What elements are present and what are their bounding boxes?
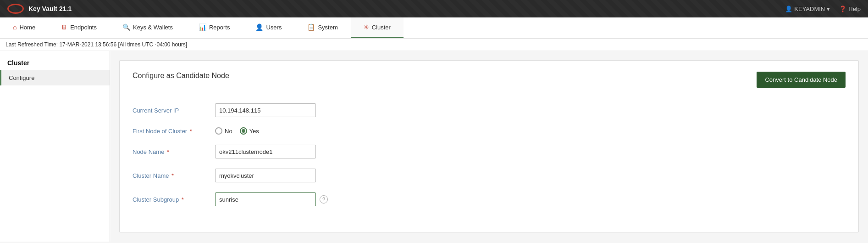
radio-option-yes[interactable]: Yes <box>240 127 259 135</box>
status-text: Last Refreshed Time: 17-MAR-2021 13:56:5… <box>6 41 187 48</box>
cluster-subgroup-required-marker: * <box>182 196 184 203</box>
help-circle-icon: ❓ <box>839 6 846 12</box>
home-icon: ⌂ <box>13 23 17 31</box>
cluster-icon: ✳ <box>364 23 369 31</box>
user-icon: 👤 <box>785 6 792 12</box>
content-area: Configure as Candidate Node Convert to C… <box>110 51 868 242</box>
oracle-logo <box>7 4 24 14</box>
nav-label-home: Home <box>19 24 35 31</box>
configure-form: Current Server IP First Node of Cluster … <box>133 99 846 221</box>
sidebar-item-label-configure: Configure <box>9 74 34 81</box>
radio-label-no: No <box>225 128 232 135</box>
radio-label-yes: Yes <box>249 128 259 135</box>
nav-label-keys: Keys & Wallets <box>133 24 173 31</box>
cluster-name-label: Cluster Name * <box>133 172 215 179</box>
sidebar-title: Cluster <box>0 56 110 70</box>
content-card: Configure as Candidate Node Convert to C… <box>119 60 859 232</box>
cluster-name-input[interactable] <box>215 169 316 182</box>
nav-item-endpoints[interactable]: 🖥 Endpoints <box>48 17 110 38</box>
main-nav: ⌂ Home 🖥 Endpoints 🔍 Keys & Wallets 📊 Re… <box>0 17 868 39</box>
convert-to-candidate-button[interactable]: Convert to Candidate Node <box>757 72 846 88</box>
users-icon: 👤 <box>255 23 263 31</box>
first-node-radio-group: No Yes <box>215 127 259 135</box>
status-bar: Last Refreshed Time: 17-MAR-2021 13:56:5… <box>0 39 868 51</box>
brand-section: Key Vault 21.1 <box>7 4 72 14</box>
nav-label-endpoints: Endpoints <box>70 24 97 31</box>
header-right: 👤 KEYADMIN ▾ ❓ Help <box>785 6 861 12</box>
form-row-node-name: Node Name * <box>133 145 846 158</box>
nav-item-home[interactable]: ⌂ Home <box>0 17 48 38</box>
endpoints-icon: 🖥 <box>61 23 67 31</box>
nav-label-cluster: Cluster <box>372 24 391 31</box>
nav-label-users: Users <box>266 24 282 31</box>
radio-circle-no <box>215 127 222 135</box>
sidebar-item-configure[interactable]: Configure <box>0 70 110 85</box>
server-ip-label: Current Server IP <box>133 107 215 114</box>
radio-option-no[interactable]: No <box>215 127 232 135</box>
system-icon: 📋 <box>307 23 315 31</box>
help-label: Help <box>848 6 861 12</box>
form-row-first-node: First Node of Cluster * No Yes <box>133 127 846 135</box>
nav-label-system: System <box>318 24 337 31</box>
node-name-label: Node Name * <box>133 148 215 155</box>
sidebar: Cluster Configure <box>0 51 110 242</box>
user-name: KEYADMIN <box>794 6 825 12</box>
first-node-label: First Node of Cluster * <box>133 128 215 135</box>
node-name-required-marker: * <box>167 148 169 155</box>
cluster-subgroup-help-icon[interactable]: ? <box>320 195 328 203</box>
nav-item-keys-wallets[interactable]: 🔍 Keys & Wallets <box>110 17 186 38</box>
user-menu[interactable]: 👤 KEYADMIN ▾ <box>785 6 830 12</box>
top-header: Key Vault 21.1 👤 KEYADMIN ▾ ❓ Help <box>0 0 868 17</box>
nav-item-reports[interactable]: 📊 Reports <box>186 17 243 38</box>
help-menu[interactable]: ❓ Help <box>839 6 861 12</box>
nav-item-cluster[interactable]: ✳ Cluster <box>351 17 404 38</box>
form-row-cluster-subgroup: Cluster Subgroup * ? <box>133 192 846 206</box>
keys-icon: 🔍 <box>122 23 130 31</box>
cluster-subgroup-input[interactable] <box>215 192 316 206</box>
chevron-down-icon: ▾ <box>827 6 830 12</box>
card-title: Configure as Candidate Node <box>133 72 229 80</box>
cluster-name-required-marker: * <box>171 172 174 179</box>
radio-circle-yes <box>240 127 247 135</box>
nav-label-reports: Reports <box>209 24 230 31</box>
first-node-required-marker: * <box>190 128 192 135</box>
server-ip-input[interactable] <box>215 103 316 117</box>
nav-item-users[interactable]: 👤 Users <box>243 17 294 38</box>
reports-icon: 📊 <box>199 23 206 31</box>
form-row-cluster-name: Cluster Name * <box>133 169 846 182</box>
card-header: Configure as Candidate Node Convert to C… <box>133 72 846 88</box>
nav-item-system[interactable]: 📋 System <box>294 17 350 38</box>
node-name-input[interactable] <box>215 145 316 158</box>
main-layout: Cluster Configure Configure as Candidate… <box>0 51 868 242</box>
form-row-server-ip: Current Server IP <box>133 103 846 117</box>
cluster-subgroup-label: Cluster Subgroup * <box>133 196 215 203</box>
app-title: Key Vault 21.1 <box>28 5 72 12</box>
